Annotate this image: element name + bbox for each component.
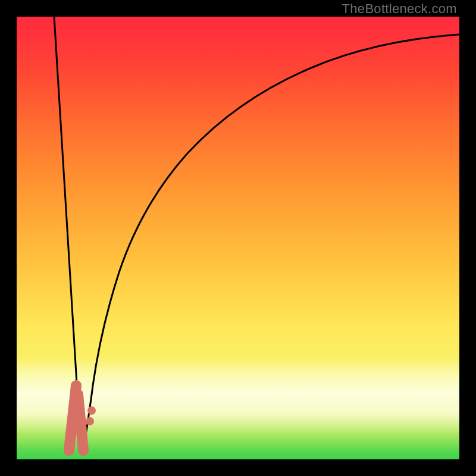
rising-log-curve bbox=[83, 35, 459, 451]
salmon-dot-upper bbox=[87, 406, 96, 415]
plot-area bbox=[17, 17, 459, 459]
curve-group bbox=[54, 17, 459, 451]
curve-layer bbox=[17, 17, 459, 459]
right-thick-salmon-bar bbox=[78, 394, 83, 450]
salmon-dot-lower bbox=[86, 417, 94, 425]
chart-frame: TheBottleneck.com bbox=[0, 0, 476, 476]
watermark-text: TheBottleneck.com bbox=[342, 1, 457, 17]
